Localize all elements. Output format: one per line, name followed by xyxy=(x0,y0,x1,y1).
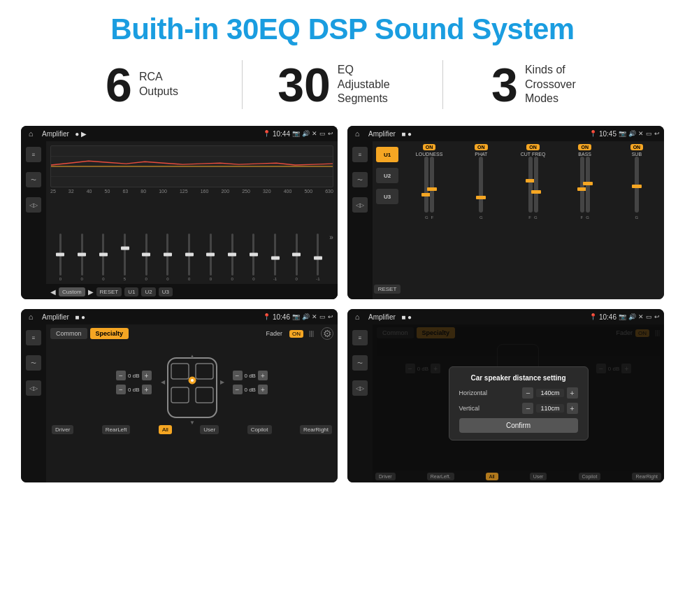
speaker-driver-button[interactable]: Driver xyxy=(52,425,73,434)
speaker-copilot-button[interactable]: Copilot xyxy=(247,425,272,434)
speaker-sidebar: ≡ 〜 ◁▷ xyxy=(21,324,46,482)
dsp-status-bar: ⌂ Amplifier ■ ● 📍 10:45 📷 🔊 ✕ ▭ ↩ xyxy=(347,126,664,141)
db-rl-minus[interactable]: − xyxy=(116,385,126,394)
stats-row: 6 RCAOutputs 30 EQ AdjustableSegments 3 … xyxy=(0,53,685,122)
eq-u2-button[interactable]: U2 xyxy=(141,287,155,296)
dlg-eq-icon[interactable]: ≡ xyxy=(352,330,368,345)
db-rr-plus[interactable]: + xyxy=(258,385,268,394)
eq-sidebar-wave-icon[interactable]: 〜 xyxy=(26,172,41,187)
db-fl-minus[interactable]: − xyxy=(116,371,126,380)
svg-rect-6 xyxy=(171,387,189,403)
dialog-title: Car speaker distance setting xyxy=(459,374,578,382)
dialog-horizontal-row: Horizontal − 140cm + xyxy=(459,387,578,399)
volume-icon: 🔊 xyxy=(302,130,310,137)
eq-slider-7[interactable]: 0 xyxy=(179,234,199,281)
dsp-loudness-slider-r[interactable] xyxy=(430,157,434,213)
spk-eq-icon[interactable]: ≡ xyxy=(26,330,41,345)
dlg-close-icon: ✕ xyxy=(638,313,644,320)
dsp-cutfreq-toggle[interactable]: ON xyxy=(526,144,540,150)
eq-slider-11[interactable]: -1 xyxy=(265,234,285,281)
stat-crossover-number: 3 xyxy=(491,61,518,108)
dsp-loudness-slider-l[interactable] xyxy=(424,157,428,213)
speaker-tab-common[interactable]: Common xyxy=(50,328,87,339)
dsp-phat-slider[interactable] xyxy=(479,157,483,213)
speaker-rearright-button[interactable]: RearRight xyxy=(300,425,332,434)
dsp-presets-panel: U1 U2 U3 RESET xyxy=(373,141,402,299)
dsp-cutfreq-slider-f[interactable] xyxy=(528,157,533,213)
stat-eq-label: EQ AdjustableSegments xyxy=(338,63,408,106)
dsp-speaker-icon[interactable]: ◁▷ xyxy=(352,197,368,213)
dialog-app-title: Amplifier ■ ● xyxy=(368,313,586,321)
eq-slider-13[interactable]: -1 xyxy=(308,234,329,281)
dsp-loudness-toggle[interactable]: ON xyxy=(423,144,436,150)
eq-slider-8[interactable]: 0 xyxy=(201,234,221,281)
dsp-wave-icon[interactable]: 〜 xyxy=(352,172,368,187)
spk-speaker-icon[interactable]: ◁▷ xyxy=(26,380,41,396)
eq-sidebar-speaker-icon[interactable]: ◁▷ xyxy=(26,197,41,213)
dsp-u1-button[interactable]: U1 xyxy=(376,147,398,162)
dsp-bass-slider-g[interactable] xyxy=(586,157,590,213)
dlg-speaker-icon[interactable]: ◁▷ xyxy=(352,380,368,396)
dsp-bass-toggle[interactable]: ON xyxy=(578,144,591,150)
dlg-all-btn: All xyxy=(486,473,498,480)
eq-next-button[interactable]: ▶ xyxy=(88,288,94,296)
dsp-eq-icon[interactable]: ≡ xyxy=(352,147,368,162)
db-rl-plus[interactable]: + xyxy=(142,385,152,394)
stat-rca-number: 6 xyxy=(106,61,132,108)
settings-icon[interactable]: ⚙ xyxy=(321,327,333,340)
dsp-u2-button[interactable]: U2 xyxy=(376,168,398,183)
speaker-tab-specialty[interactable]: Specialty xyxy=(90,328,129,339)
vertical-minus-button[interactable]: − xyxy=(522,403,533,414)
dsp-cutfreq-label: CUT FREQ xyxy=(521,152,546,157)
dialog-sidebar: ≡ 〜 ◁▷ xyxy=(347,324,373,482)
eq-slider-12[interactable]: 0 xyxy=(287,234,307,281)
eq-u1-button[interactable]: U1 xyxy=(124,287,138,296)
eq-slider-4[interactable]: 5 xyxy=(115,234,135,281)
vertical-plus-button[interactable]: + xyxy=(567,403,578,414)
svg-rect-4 xyxy=(171,364,189,379)
eq-bottom-bar: ◀ Custom ▶ RESET U1 U2 U3 xyxy=(46,284,338,299)
eq-slider-6[interactable]: 0 xyxy=(158,234,178,281)
eq-slider-9[interactable]: 0 xyxy=(222,234,243,281)
speaker-main: Common Specialty Fader ON ||| ⚙ − 0 dB + xyxy=(46,324,338,482)
speaker-rearleft-button[interactable]: RearLeft xyxy=(102,425,131,434)
eq-slider-5[interactable]: 0 xyxy=(136,234,157,281)
dsp-sub-slider[interactable] xyxy=(635,157,639,213)
eq-preset-custom[interactable]: Custom xyxy=(59,287,85,296)
eq-prev-button[interactable]: ◀ xyxy=(50,288,56,296)
fader-toggle[interactable]: ON xyxy=(289,330,303,338)
screen-dsp: ⌂ Amplifier ■ ● 📍 10:45 📷 🔊 ✕ ▭ ↩ ≡ 〜 ◁▷… xyxy=(347,126,664,299)
dsp-reset-button[interactable]: RESET xyxy=(374,285,401,294)
dsp-time: 10:45 xyxy=(599,130,616,138)
speaker-time: 10:46 xyxy=(273,313,290,321)
eq-slider-10[interactable]: 0 xyxy=(243,234,264,281)
screen-speaker: ⌂ Amplifier ■ ● 📍 10:46 📷 🔊 ✕ ▭ ↩ ≡ 〜 ◁▷ xyxy=(21,309,338,482)
db-rr-minus[interactable]: − xyxy=(233,385,243,394)
eq-sliders-area: 0 0 0 5 0 xyxy=(46,194,338,284)
svg-text:◀: ◀ xyxy=(161,379,166,385)
horizontal-plus-button[interactable]: + xyxy=(567,387,578,399)
eq-sidebar-eq-icon[interactable]: ≡ xyxy=(26,147,41,162)
dsp-loudness-col: ON LOUDNESS GF xyxy=(405,144,454,296)
eq-slider-2[interactable]: 0 xyxy=(72,234,92,281)
dsp-u3-button[interactable]: U3 xyxy=(376,189,398,204)
spk-wave-icon[interactable]: 〜 xyxy=(26,355,41,371)
eq-slider-3[interactable]: 0 xyxy=(93,234,113,281)
eq-reset-button[interactable]: RESET xyxy=(96,287,122,296)
dsp-bass-label: BASS xyxy=(578,152,591,157)
confirm-button[interactable]: Confirm xyxy=(459,418,578,433)
db-fr-minus[interactable]: − xyxy=(233,371,243,380)
speaker-status-icons: 📍 10:46 📷 🔊 ✕ ▭ ↩ xyxy=(263,313,333,321)
db-fr-plus[interactable]: + xyxy=(258,371,268,380)
db-rr-value: 0 dB xyxy=(245,387,256,393)
dsp-sub-toggle[interactable]: ON xyxy=(630,144,644,150)
eq-slider-1[interactable]: 0 xyxy=(50,234,71,281)
dsp-cutfreq-slider-g[interactable] xyxy=(534,157,538,213)
dsp-phat-toggle[interactable]: ON xyxy=(475,144,488,150)
dlg-wave-icon[interactable]: 〜 xyxy=(352,355,368,371)
db-fl-plus[interactable]: + xyxy=(142,371,152,380)
dlg-back-icon: ↩ xyxy=(654,313,660,320)
horizontal-minus-button[interactable]: − xyxy=(522,387,533,399)
eq-u3-button[interactable]: U3 xyxy=(159,287,173,296)
svg-rect-5 xyxy=(196,364,213,379)
